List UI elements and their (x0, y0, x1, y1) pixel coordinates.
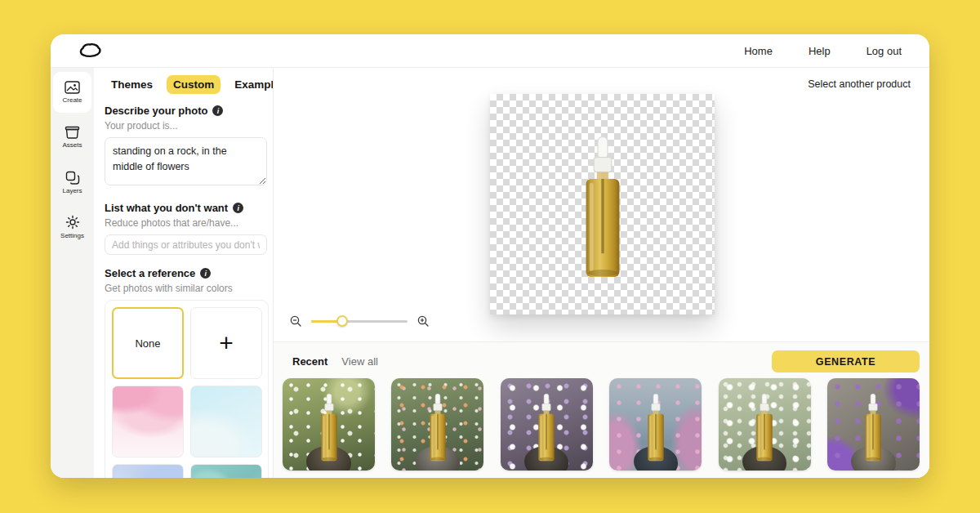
describe-section-title: Describe your photo i (105, 105, 265, 117)
zoom-slider-thumb[interactable] (336, 315, 348, 327)
main-area: Select another product (274, 68, 929, 478)
gear-icon (65, 215, 80, 230)
reference-section-title: Select a reference i (105, 267, 265, 279)
avoid-hint: Reduce photos that are/have... (105, 217, 265, 229)
create-panel: Themes Custom Examples Describe your pho… (94, 68, 274, 478)
product-bottle-image[interactable] (573, 135, 632, 285)
recent-thumbnail-4[interactable] (609, 378, 702, 471)
sidebar-item-settings[interactable]: Settings (53, 207, 91, 248)
recent-thumbnail-3[interactable] (501, 378, 593, 471)
sidebar-item-label: Create (62, 96, 82, 104)
nav-home[interactable]: Home (744, 45, 773, 57)
select-another-product-link[interactable]: Select another product (808, 78, 911, 90)
info-icon[interactable]: i (212, 105, 223, 116)
image-icon (65, 81, 80, 94)
describe-input[interactable]: standing on a rock, in the middle of flo… (105, 137, 267, 185)
reference-tile-add[interactable]: + (190, 307, 262, 379)
sidebar-item-layers[interactable]: Layers (53, 162, 91, 203)
recent-title: Recent (292, 355, 327, 368)
top-navigation: Home Help Log out (744, 45, 902, 57)
sidebar-item-assets[interactable]: Assets (53, 117, 91, 158)
reference-tile-lavender[interactable] (112, 464, 184, 478)
recent-thumbnail-5[interactable] (719, 378, 811, 471)
cloud-logo-icon[interactable] (78, 42, 103, 60)
reference-tile-teal-fabric[interactable] (190, 464, 262, 478)
describe-hint: Your product is... (105, 120, 265, 132)
info-icon[interactable]: i (233, 203, 243, 213)
tab-themes[interactable]: Themes (105, 75, 159, 94)
product-canvas[interactable] (490, 94, 715, 314)
avoid-section-title: List what you don't want i (105, 202, 265, 214)
content-area: Create Assets Layers (51, 68, 929, 478)
recent-header: Recent View all (292, 355, 378, 368)
zoom-controls (290, 315, 429, 327)
reference-grid: None + (105, 300, 269, 478)
zoom-slider[interactable] (311, 315, 408, 327)
top-bar: Home Help Log out (51, 34, 929, 68)
sidebar-item-label: Layers (62, 187, 82, 194)
recent-thumbnail-6[interactable] (827, 378, 920, 471)
layers-icon (65, 171, 80, 185)
tab-examples[interactable]: Examples (228, 75, 274, 94)
recent-thumbnail-1[interactable] (283, 378, 375, 471)
info-icon[interactable]: i (200, 268, 211, 279)
assets-box-icon (65, 126, 80, 139)
none-label: None (135, 337, 160, 350)
recent-thumbnails (283, 378, 920, 471)
sidebar-item-label: Assets (62, 141, 82, 149)
zoom-in-icon[interactable] (417, 315, 429, 327)
zoom-out-icon[interactable] (290, 315, 301, 327)
generate-button[interactable]: GENERATE (772, 350, 920, 372)
reference-hint: Get photos with similar colors (105, 283, 265, 294)
nav-help[interactable]: Help (808, 45, 831, 57)
reference-tile-pink-watercolor[interactable] (112, 386, 184, 457)
mode-tabs: Themes Custom Examples (105, 75, 265, 94)
plus-icon: + (219, 331, 234, 355)
icon-rail: Create Assets Layers (51, 68, 94, 478)
recent-section: Recent View all GENERATE (274, 341, 929, 478)
recent-thumbnail-2[interactable] (391, 378, 483, 471)
app-window: Home Help Log out Create Assets (51, 34, 929, 478)
reference-tile-none[interactable]: None (112, 307, 184, 379)
sidebar-item-label: Settings (60, 232, 84, 239)
sidebar-item-create[interactable]: Create (53, 72, 91, 113)
nav-logout[interactable]: Log out (866, 45, 902, 57)
view-all-link[interactable]: View all (341, 355, 378, 368)
tab-custom[interactable]: Custom (167, 75, 220, 94)
reference-tile-light-blue[interactable] (190, 386, 262, 457)
avoid-input[interactable] (105, 234, 267, 255)
